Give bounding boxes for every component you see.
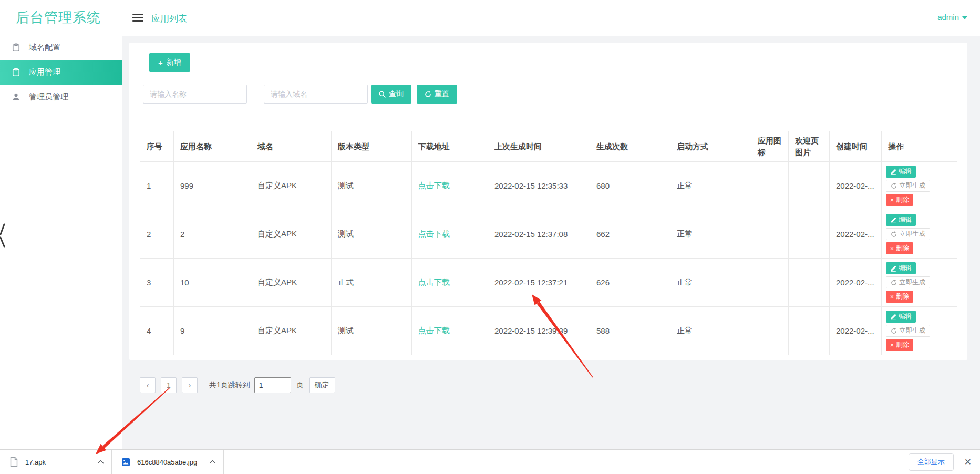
page-suffix: 页 (296, 380, 304, 390)
edit-icon (890, 314, 896, 320)
page-number-button[interactable]: 1 (161, 377, 177, 393)
download-link-cell: 点击下载 (412, 259, 488, 307)
confirm-button[interactable]: 确定 (309, 377, 335, 393)
plus-icon: + (158, 58, 163, 67)
app-window: 后台管理系统 域名配置应用管理管理员管理 应用列表 admin + 新增 (0, 0, 980, 474)
reset-button[interactable]: 重置 (417, 85, 457, 104)
table-cell: 测试 (332, 210, 412, 259)
column-header: 创建时间 (830, 131, 882, 162)
delete-button[interactable]: ×删除 (886, 194, 913, 206)
apps-table: 序号应用名称域名版本类型下载地址上次生成时间生成次数启动方式应用图标欢迎页图片创… (140, 131, 957, 355)
download-item[interactable]: 17.apk (0, 450, 112, 474)
table-cell: 自定义APK (251, 259, 332, 307)
pagination: ‹ 1 › 共1页跳转到 页 确定 (140, 377, 957, 393)
download-link[interactable]: 点击下载 (418, 326, 450, 335)
edit-button[interactable]: 编辑 (886, 262, 916, 274)
edit-button[interactable]: 编辑 (886, 311, 916, 323)
name-search-input[interactable] (143, 85, 247, 104)
table-cell: 自定义APK (251, 162, 332, 210)
table-cell (751, 162, 789, 210)
table-cell: 1 (140, 162, 174, 210)
table-cell (789, 307, 830, 355)
delete-button[interactable]: ×删除 (886, 339, 913, 351)
column-header: 域名 (251, 131, 332, 162)
download-link[interactable]: 点击下载 (418, 277, 450, 286)
generate-icon (891, 231, 897, 238)
jump-page-input[interactable] (254, 377, 291, 393)
table-cell (789, 259, 830, 307)
download-link[interactable]: 点击下载 (418, 181, 450, 190)
table-header-row: 序号应用名称域名版本类型下载地址上次生成时间生成次数启动方式应用图标欢迎页图片创… (140, 131, 957, 162)
sidebar-item-label: 域名配置 (29, 43, 60, 53)
table-cell: 自定义APK (251, 210, 332, 259)
sidebar: 后台管理系统 域名配置应用管理管理员管理 (0, 0, 122, 450)
table-cell (751, 210, 789, 259)
column-header: 序号 (140, 131, 174, 162)
download-filename: 17.apk (25, 458, 97, 466)
next-page-button[interactable]: › (182, 377, 198, 393)
top-bar: 应用列表 admin (122, 0, 980, 36)
download-link-cell: 点击下载 (412, 162, 488, 210)
table-cell: 680 (590, 162, 670, 210)
table-cell: 3 (140, 259, 174, 307)
main-content: + 新增 查询 重置 (122, 36, 980, 450)
content-card: + 新增 查询 重置 (129, 43, 967, 360)
download-bar: 17.apk616c8840a5abe.jpg 全部显示 ✕ (0, 449, 980, 474)
column-header: 操作 (882, 131, 957, 162)
download-item[interactable]: 616c8840a5abe.jpg (112, 450, 224, 474)
delete-x-icon: × (890, 245, 894, 252)
table-cell: 正式 (332, 259, 412, 307)
table-row: 310自定义APK正式点击下载2022-02-15 12:37:21626正常2… (140, 259, 957, 307)
table-row: 49自定义APK测试点击下载2022-02-15 12:39:39588正常20… (140, 307, 957, 355)
refresh-icon (425, 91, 431, 98)
delete-x-icon: × (890, 197, 894, 204)
query-button[interactable]: 查询 (371, 85, 411, 104)
sidebar-item-1[interactable]: 域名配置 (0, 35, 122, 60)
download-link[interactable]: 点击下载 (418, 229, 450, 238)
sidebar-item-2[interactable]: 应用管理 (0, 60, 122, 85)
close-download-bar-icon[interactable]: ✕ (964, 457, 972, 468)
delete-button[interactable]: ×删除 (886, 242, 913, 254)
table-cell: 999 (174, 162, 251, 210)
delete-x-icon: × (890, 293, 894, 301)
column-header: 下载地址 (412, 131, 488, 162)
table-cell: 正常 (670, 259, 751, 307)
table-cell: 662 (590, 210, 670, 259)
generate-now-button[interactable]: 立即生成 (886, 228, 930, 240)
table-cell: 正常 (670, 162, 751, 210)
table-cell (751, 307, 789, 355)
generate-now-button[interactable]: 立即生成 (886, 180, 930, 192)
delete-x-icon: × (890, 342, 894, 349)
chevron-up-icon[interactable] (209, 460, 216, 464)
generate-now-button[interactable]: 立即生成 (886, 276, 930, 288)
generate-now-button[interactable]: 立即生成 (886, 325, 930, 337)
table-cell (789, 210, 830, 259)
app-logo: 后台管理系统 (0, 0, 122, 35)
edit-button[interactable]: 编辑 (886, 214, 916, 226)
prev-page-button[interactable]: ‹ (140, 377, 156, 393)
table-cell (789, 162, 830, 210)
table-cell: 2 (140, 210, 174, 259)
edit-button[interactable]: 编辑 (886, 166, 916, 178)
column-header: 版本类型 (332, 131, 412, 162)
column-header: 启动方式 (670, 131, 751, 162)
hamburger-icon[interactable] (132, 14, 143, 22)
column-header: 应用图标 (751, 131, 789, 162)
add-button[interactable]: + 新增 (149, 53, 190, 72)
user-dropdown[interactable]: admin (937, 13, 967, 22)
download-filename: 616c8840a5abe.jpg (137, 458, 209, 466)
chevron-up-icon[interactable] (97, 460, 104, 464)
delete-button[interactable]: ×删除 (886, 291, 913, 303)
show-all-downloads-button[interactable]: 全部显示 (909, 453, 954, 471)
table-cell: 4 (140, 307, 174, 355)
column-header: 上次生成时间 (488, 131, 590, 162)
domain-search-input[interactable] (264, 85, 368, 104)
edit-icon (890, 169, 896, 175)
actions-cell: 编辑立即生成×删除 (882, 210, 957, 259)
sidebar-item-3[interactable]: 管理员管理 (0, 85, 122, 109)
edit-icon (890, 265, 896, 272)
table-cell: 正常 (670, 307, 751, 355)
generate-icon (891, 183, 897, 189)
clipboard-icon (12, 68, 20, 77)
table-cell: 测试 (332, 307, 412, 355)
